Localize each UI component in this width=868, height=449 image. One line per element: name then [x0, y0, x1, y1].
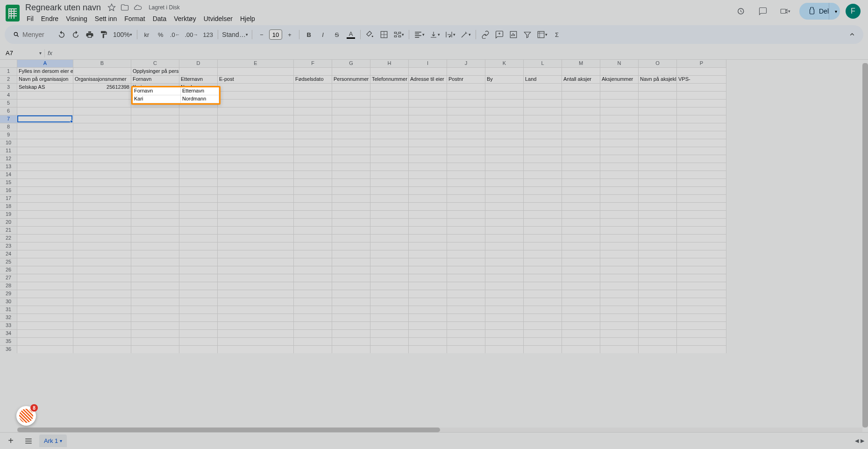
cell[interactable]: [332, 314, 370, 322]
cell[interactable]: [332, 163, 370, 171]
cell[interactable]: [370, 163, 409, 171]
cell[interactable]: [17, 179, 73, 187]
cell[interactable]: [447, 338, 485, 346]
cell[interactable]: [485, 147, 524, 155]
cell[interactable]: [639, 147, 677, 155]
cell[interactable]: Postnr: [447, 76, 485, 84]
cell[interactable]: [600, 203, 639, 211]
cell[interactable]: [73, 290, 131, 298]
cell[interactable]: [562, 274, 600, 282]
cell[interactable]: [409, 203, 447, 211]
cell[interactable]: [639, 187, 677, 195]
cell[interactable]: [447, 187, 485, 195]
cell[interactable]: [73, 68, 131, 76]
cell[interactable]: [17, 227, 73, 235]
cell[interactable]: [73, 195, 131, 203]
cell[interactable]: [409, 258, 447, 266]
cell[interactable]: [639, 242, 677, 250]
cell[interactable]: [218, 147, 294, 155]
paint-format-icon[interactable]: [97, 28, 110, 41]
col-header[interactable]: E: [218, 60, 294, 68]
cell[interactable]: [677, 314, 726, 322]
cell[interactable]: [73, 219, 131, 227]
cell[interactable]: [294, 282, 332, 290]
cell[interactable]: [639, 266, 677, 274]
cell[interactable]: [370, 306, 409, 314]
cell[interactable]: [524, 322, 562, 330]
menu-search-input[interactable]: [22, 31, 50, 38]
cell[interactable]: [294, 92, 332, 100]
cell[interactable]: [677, 203, 726, 211]
cell[interactable]: [409, 235, 447, 242]
cell[interactable]: [179, 219, 218, 227]
cell[interactable]: [562, 131, 600, 139]
cell[interactable]: [332, 266, 370, 274]
cell[interactable]: [485, 242, 524, 250]
cell[interactable]: [409, 290, 447, 298]
vertical-scrollbar[interactable]: [862, 63, 868, 428]
cell[interactable]: [218, 227, 294, 235]
cell[interactable]: [409, 338, 447, 346]
cell[interactable]: [562, 211, 600, 219]
cell[interactable]: [677, 84, 726, 92]
cell[interactable]: [218, 171, 294, 179]
cell[interactable]: [294, 195, 332, 203]
cell[interactable]: [294, 250, 332, 258]
cell[interactable]: [332, 123, 370, 131]
cell[interactable]: [17, 123, 73, 131]
cell[interactable]: [218, 139, 294, 147]
cell[interactable]: [485, 250, 524, 258]
cell[interactable]: [677, 68, 726, 76]
menu-endre[interactable]: Endre: [38, 13, 62, 24]
cell[interactable]: [639, 290, 677, 298]
cell[interactable]: [332, 171, 370, 179]
cell[interactable]: [600, 195, 639, 203]
fontsize-input[interactable]: [269, 29, 282, 40]
cell[interactable]: [370, 219, 409, 227]
cell[interactable]: [179, 274, 218, 282]
cell[interactable]: [73, 107, 131, 115]
cell[interactable]: [370, 147, 409, 155]
cell[interactable]: [639, 274, 677, 282]
cell[interactable]: [677, 346, 726, 353]
cell[interactable]: [639, 314, 677, 322]
cell[interactable]: E-post: [218, 76, 294, 84]
cell[interactable]: [639, 282, 677, 290]
row-header[interactable]: 8: [0, 123, 17, 131]
cell[interactable]: [562, 242, 600, 250]
cell[interactable]: [294, 84, 332, 92]
bold-icon[interactable]: B: [302, 28, 315, 41]
cell[interactable]: [677, 155, 726, 163]
decrease-decimal-icon[interactable]: .0←: [168, 28, 182, 41]
cell[interactable]: [639, 171, 677, 179]
cell[interactable]: [562, 306, 600, 314]
cell[interactable]: [562, 92, 600, 100]
col-header[interactable]: O: [639, 60, 677, 68]
col-header[interactable]: J: [447, 60, 485, 68]
cell[interactable]: [600, 282, 639, 290]
text-color-icon[interactable]: A: [344, 28, 357, 41]
cell[interactable]: [639, 84, 677, 92]
cell[interactable]: [218, 123, 294, 131]
cell[interactable]: [179, 338, 218, 346]
cell[interactable]: [562, 235, 600, 242]
cell[interactable]: [409, 322, 447, 330]
cell[interactable]: [485, 100, 524, 107]
cell[interactable]: [179, 139, 218, 147]
cell[interactable]: [218, 84, 294, 92]
cell[interactable]: [600, 346, 639, 353]
cell[interactable]: [409, 306, 447, 314]
cell[interactable]: [332, 242, 370, 250]
cell[interactable]: [17, 282, 73, 290]
cell[interactable]: [447, 235, 485, 242]
cell[interactable]: Telefonnummer: [370, 76, 409, 84]
cell[interactable]: [131, 322, 179, 330]
cell[interactable]: [218, 68, 294, 76]
cell[interactable]: [179, 171, 218, 179]
cell[interactable]: [17, 195, 73, 203]
cell[interactable]: [562, 219, 600, 227]
cell[interactable]: [370, 235, 409, 242]
all-sheets-icon[interactable]: [21, 434, 36, 448]
row-header[interactable]: 29: [0, 290, 17, 298]
merge-icon[interactable]: ▾: [391, 28, 406, 41]
